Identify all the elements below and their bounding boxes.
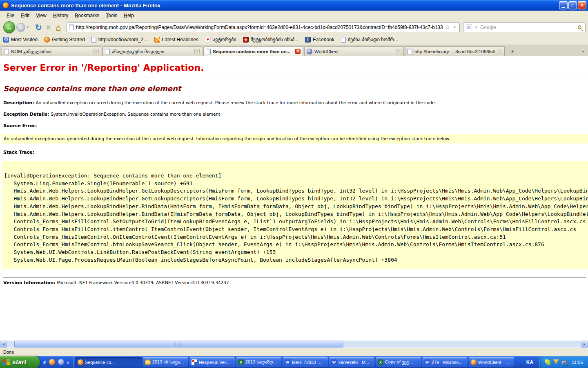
task-label: Sequence co... bbox=[85, 360, 115, 365]
minimize-button[interactable]: ▁ bbox=[559, 1, 568, 9]
taskbar-spacer bbox=[515, 356, 521, 368]
taskbar-button-excel-2013[interactable]: X 2013 სადაზღ... bbox=[236, 357, 281, 367]
home-button[interactable]: ⌂ bbox=[56, 23, 61, 31]
tray-shield-icon[interactable] bbox=[553, 359, 559, 365]
forward-button[interactable]: → bbox=[16, 23, 25, 32]
google-engine-icon[interactable]: G bbox=[466, 24, 472, 30]
stop-button[interactable]: × bbox=[46, 23, 51, 31]
url-bar[interactable]: http://reporting.moh.gov.ge/Reporting/Pa… bbox=[67, 22, 460, 32]
taskbar-button-hesperus[interactable]: Hesperus Ver... bbox=[189, 357, 235, 367]
firefox-icon[interactable] bbox=[49, 359, 55, 365]
bookmark-label: Getting Started bbox=[52, 37, 85, 43]
tab-close-icon[interactable]: × bbox=[94, 49, 99, 54]
bookmark-getting-started[interactable]: Getting Started bbox=[44, 37, 85, 43]
search-engine-dropdown-icon[interactable]: ▾ bbox=[474, 25, 479, 29]
tray-antivirus-icon[interactable] bbox=[545, 359, 550, 365]
new-tab-button[interactable]: + bbox=[508, 47, 517, 56]
firefox-icon bbox=[471, 359, 477, 365]
taskbar-button-tserili[interactable]: W tserili 72833 -... bbox=[283, 357, 328, 367]
taskbar-button-folder-2013[interactable]: 2013 ის საფა... bbox=[143, 357, 188, 367]
bookmark-label: ძებნა პირადი ნომრ... bbox=[348, 37, 398, 43]
source-error-heading: Source Error: bbox=[3, 123, 586, 128]
chevron-icon[interactable]: » bbox=[67, 360, 69, 365]
tab-beneficiary[interactable]: http://beneficiary....-8cad-6bc2f10665d0… bbox=[405, 46, 505, 56]
word-icon: W bbox=[424, 359, 430, 365]
bookmark-personal-number-search[interactable]: ძებნა პირადი ნომრ... bbox=[341, 37, 398, 43]
tab-nom[interactable]: NOM კანცელარია × bbox=[2, 46, 101, 56]
firefox-icon bbox=[78, 359, 83, 365]
search-icon[interactable] bbox=[578, 25, 581, 29]
tray-network-icon[interactable] bbox=[561, 360, 567, 364]
description-text: An unhandled exception occurred during t… bbox=[36, 100, 436, 105]
search-box[interactable]: G ▾ Google bbox=[463, 22, 586, 32]
version-text: Microsoft .NET Framework Version:4.0.303… bbox=[57, 280, 229, 285]
bookmark-latest-headlines[interactable]: Latest Headlines bbox=[154, 37, 198, 43]
back-button[interactable]: ← bbox=[3, 21, 15, 33]
tab-analytics[interactable]: ანალიტიკური მოდული × bbox=[102, 46, 202, 56]
history-dropdown-icon[interactable]: ▾ bbox=[25, 25, 30, 29]
bookmark-label: Most Visited bbox=[11, 37, 38, 43]
bookmark-inspection[interactable]: შეტყობინების ინსპ... bbox=[243, 37, 298, 43]
taskbar-button-sequence[interactable]: Sequence co... bbox=[76, 357, 142, 367]
error-page-title: Server Error in '/Reporting' Application… bbox=[3, 63, 586, 73]
taskbar-button-copy-of[interactable]: X Copy of ვეტ... bbox=[376, 357, 421, 367]
tab-sequence-error[interactable]: Sequence contains more than on... × bbox=[203, 46, 303, 56]
url-input[interactable]: http://reporting.moh.gov.ge/Reporting/Pa… bbox=[76, 25, 443, 30]
source-error-text: An unhandled exception was generated dur… bbox=[2, 134, 588, 144]
menu-bookmarks[interactable]: Bookmarks bbox=[71, 11, 102, 20]
tab-close-icon[interactable]: × bbox=[295, 49, 301, 54]
bookmark-label: ავტორები bbox=[213, 37, 236, 43]
menu-help[interactable]: Help bbox=[120, 11, 137, 20]
stack-trace-box: [InvalidOperationException: Sequence con… bbox=[2, 161, 588, 269]
internet-explorer-icon[interactable]: e bbox=[43, 359, 46, 366]
taskbar-button-xarvezebi[interactable]: W xarvezebi - M... bbox=[329, 357, 374, 367]
page-icon bbox=[105, 49, 110, 54]
task-label: Copy of ვეტ... bbox=[385, 359, 413, 365]
scroll-right-button[interactable]: ► bbox=[581, 341, 588, 348]
app-icon bbox=[192, 359, 197, 365]
horizontal-scrollbar[interactable]: ◄ ► bbox=[0, 341, 588, 348]
emblem-icon bbox=[243, 37, 249, 43]
scrollbar-grip bbox=[175, 343, 183, 346]
scrollbar-thumb[interactable] bbox=[14, 341, 343, 348]
taskbar-clock[interactable]: 11:55 bbox=[572, 360, 583, 365]
scrollbar-track[interactable] bbox=[7, 341, 581, 348]
excel-icon: X bbox=[238, 359, 244, 365]
heart-icon: ♥ bbox=[205, 37, 211, 43]
bookmark-authors[interactable]: ♥ ავტორები bbox=[205, 37, 236, 43]
tab-close-icon[interactable]: × bbox=[194, 49, 200, 54]
word-icon: W bbox=[331, 359, 337, 365]
app-icon[interactable] bbox=[58, 359, 64, 365]
menu-tools[interactable]: Tools bbox=[102, 11, 120, 20]
scroll-left-button[interactable]: ◄ bbox=[0, 341, 7, 348]
bookmark-most-visited[interactable]: Most Visited bbox=[3, 37, 38, 43]
taskbar-button-worldclient[interactable]: WorldClient - ... bbox=[469, 357, 514, 367]
restore-button[interactable]: □ bbox=[568, 1, 577, 9]
language-indicator[interactable]: KA bbox=[521, 356, 539, 368]
page-icon bbox=[91, 37, 96, 43]
list-all-tabs-icon[interactable]: ▾ bbox=[580, 47, 586, 56]
url-dropdown-icon[interactable]: ▾ bbox=[452, 25, 457, 29]
bookmark-docflow[interactable]: http://docflow/nom_2... bbox=[91, 37, 148, 43]
menu-edit[interactable]: Edit bbox=[18, 11, 33, 20]
taskbar-button-279[interactable]: W 279 - Microso... bbox=[422, 357, 468, 367]
search-input[interactable]: Google bbox=[480, 25, 576, 30]
bookmark-label: Latest Headlines bbox=[162, 37, 198, 43]
taskbar: start e » Sequence co... 2013 ის საფა...… bbox=[0, 356, 588, 368]
firefox-icon bbox=[44, 37, 50, 43]
tab-worldclient[interactable]: WorldClient × bbox=[304, 46, 404, 56]
bookmark-facebook[interactable]: f Facebook bbox=[305, 37, 334, 43]
stack-trace-heading: Stack Trace: bbox=[3, 150, 586, 155]
word-icon: W bbox=[285, 359, 290, 365]
menu-history[interactable]: History bbox=[50, 11, 71, 20]
tab-close-icon[interactable]: × bbox=[396, 49, 401, 54]
bookmark-star-icon[interactable]: ☆ bbox=[445, 24, 450, 30]
tab-close-icon[interactable]: × bbox=[497, 49, 502, 54]
tab-label: Sequence contains more than on... bbox=[213, 49, 293, 54]
menu-file[interactable]: File bbox=[3, 11, 18, 20]
start-button[interactable]: start bbox=[0, 356, 40, 368]
reload-button[interactable]: ↻ bbox=[35, 23, 42, 31]
error-description: Description: An unhandled exception occu… bbox=[3, 100, 586, 105]
close-button[interactable]: × bbox=[578, 1, 586, 9]
menu-view[interactable]: View bbox=[33, 11, 50, 20]
